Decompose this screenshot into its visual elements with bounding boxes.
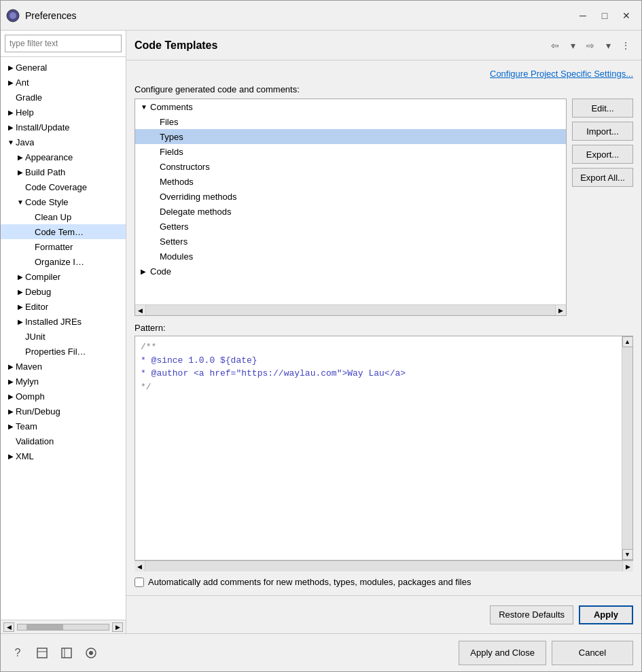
close-button[interactable]: ✕ xyxy=(617,7,636,24)
export-all-button[interactable]: Export All... xyxy=(572,168,633,187)
sidebar-item-label: Appearance xyxy=(25,152,73,162)
arrow-icon: ▶ xyxy=(6,406,16,416)
arrow-icon xyxy=(150,223,160,230)
pattern-editor[interactable]: /** * @since 1.0.0 ${date} * @author <a … xyxy=(135,336,622,560)
sidebar-item-clean-up[interactable]: Clean Up xyxy=(1,209,126,224)
tt-item-types[interactable]: Types xyxy=(135,129,566,144)
sidebar-item-compiler[interactable]: ▶ Compiler xyxy=(1,269,126,284)
code-line-3: * @author <a href="https://waylau.com">W… xyxy=(141,367,616,381)
cancel-button[interactable]: Cancel xyxy=(552,641,633,665)
template-tree-hscroll: ◀ ▶ xyxy=(135,304,566,315)
sidebar-item-java[interactable]: ▼ Java xyxy=(1,135,126,149)
sidebar-item-junit[interactable]: JUnit xyxy=(1,329,126,344)
sidebar-item-general[interactable]: ▶ General xyxy=(1,60,126,75)
sidebar-item-mylyn[interactable]: ▶ Mylyn xyxy=(1,374,126,389)
sidebar-item-installed-jres[interactable]: ▶ Installed JREs xyxy=(1,314,126,329)
app-icon xyxy=(6,9,20,22)
sidebar-item-maven[interactable]: ▶ Maven xyxy=(1,359,126,374)
scroll-track[interactable] xyxy=(17,624,109,631)
edit-button[interactable]: Edit... xyxy=(572,99,633,118)
restore-defaults-button[interactable]: Restore Defaults xyxy=(490,605,573,624)
project-specific-link[interactable]: Configure Project Specific Settings... xyxy=(135,69,633,79)
arrow-icon xyxy=(150,193,160,200)
arrow-icon: ▶ xyxy=(16,272,25,281)
footer-icon-btn-1[interactable] xyxy=(33,644,51,662)
footer-icon-btn-3[interactable] xyxy=(82,644,100,662)
tt-item-modules[interactable]: Modules xyxy=(135,249,566,264)
vscroll-down-btn[interactable]: ▼ xyxy=(622,549,633,560)
sidebar-item-code-templates[interactable]: Code Tem… xyxy=(1,224,126,239)
hscroll-left-btn[interactable]: ◀ xyxy=(135,305,146,316)
sidebar-item-label: Java xyxy=(16,137,34,147)
code-line-1: /** xyxy=(141,340,616,354)
sidebar-item-team[interactable]: ▶ Team xyxy=(1,419,126,434)
maximize-button[interactable]: □ xyxy=(595,7,614,24)
sidebar-item-debug[interactable]: ▶ Debug xyxy=(1,284,126,299)
tt-item-delegate-methods[interactable]: Delegate methods xyxy=(135,204,566,219)
scroll-right-btn[interactable]: ▶ xyxy=(112,622,123,632)
sidebar-item-label: Code Tem… xyxy=(35,227,84,237)
export-button[interactable]: Export... xyxy=(572,145,633,164)
tt-item-setters[interactable]: Setters xyxy=(135,234,566,249)
action-buttons: Edit... Import... Export... Export All..… xyxy=(572,99,633,316)
sidebar-item-code-coverage[interactable]: Code Coverage xyxy=(1,179,126,194)
sidebar-item-oomph[interactable]: ▶ Oomph xyxy=(1,389,126,404)
sidebar-item-formatter[interactable]: Formatter xyxy=(1,239,126,254)
arrow-icon: ▶ xyxy=(16,317,25,326)
sidebar-item-ant[interactable]: ▶ Ant xyxy=(1,75,126,90)
nav-dropdown-btn[interactable]: ▾ xyxy=(565,38,580,53)
code-line-2: * @since 1.0.0 ${date} xyxy=(141,354,616,368)
hscroll-right-btn[interactable]: ▶ xyxy=(555,305,566,316)
nav-more-btn[interactable]: ⋮ xyxy=(618,38,633,53)
apply-and-close-button[interactable]: Apply and Close xyxy=(459,641,546,665)
nav-back-btn[interactable]: ⇦ xyxy=(548,38,563,53)
sidebar-item-install-update[interactable]: ▶ Install/Update xyxy=(1,120,126,135)
nav-forward2-btn[interactable]: ▾ xyxy=(601,38,616,53)
scroll-left-btn[interactable]: ◀ xyxy=(3,622,14,632)
tt-item-constructors[interactable]: Constructors xyxy=(135,159,566,174)
vscroll-track[interactable] xyxy=(622,347,633,549)
tt-item-overriding-methods[interactable]: Overriding methods xyxy=(135,189,566,204)
sidebar-item-organize-imports[interactable]: Organize I… xyxy=(1,254,126,269)
sidebar-item-xml[interactable]: ▶ XML xyxy=(1,448,126,463)
tt-item-methods[interactable]: Methods xyxy=(135,174,566,189)
sidebar-item-run-debug[interactable]: ▶ Run/Debug xyxy=(1,404,126,419)
filter-input[interactable] xyxy=(5,35,122,52)
auto-comment-checkbox[interactable] xyxy=(135,578,144,587)
tt-item-label: Methods xyxy=(160,177,194,187)
minimize-button[interactable]: ─ xyxy=(573,7,592,24)
tt-item-files[interactable]: Files xyxy=(135,114,566,129)
sidebar-item-build-path[interactable]: ▶ Build Path xyxy=(1,164,126,179)
sidebar-item-gradle[interactable]: Gradle xyxy=(1,90,126,105)
pattern-hscroll-track[interactable] xyxy=(145,561,622,571)
sidebar-item-label: Debug xyxy=(25,287,51,297)
tt-item-comments[interactable]: ▼ Comments xyxy=(135,99,566,114)
arrow-icon: ▼ xyxy=(16,197,25,207)
sidebar-item-code-style[interactable]: ▼ Code Style xyxy=(1,194,126,209)
sidebar-item-appearance[interactable]: ▶ Appearance xyxy=(1,149,126,164)
help-icon-btn[interactable]: ? xyxy=(9,644,26,662)
sidebar-item-editor[interactable]: ▶ Editor xyxy=(1,299,126,314)
vscroll-up-btn[interactable]: ▲ xyxy=(622,336,633,347)
pattern-editor-container: /** * @since 1.0.0 ${date} * @author <a … xyxy=(135,336,633,561)
template-tree-inner: ▼ Comments Files Types xyxy=(135,99,566,304)
pattern-hscroll-left-btn[interactable]: ◀ xyxy=(135,561,145,572)
pattern-hscroll-right-btn[interactable]: ▶ xyxy=(622,561,633,572)
sidebar-item-properties-file[interactable]: Properties Fil… xyxy=(1,344,126,359)
tt-item-code[interactable]: ▶ Code xyxy=(135,264,566,279)
apply-button[interactable]: Apply xyxy=(579,605,633,624)
nav-icons: ⇦ ▾ ⇨ ▾ ⋮ xyxy=(548,38,633,53)
footer-icon-btn-2[interactable] xyxy=(58,644,75,662)
tt-item-fields[interactable]: Fields xyxy=(135,144,566,159)
arrow-icon xyxy=(25,227,35,236)
sidebar-item-label: Code Style xyxy=(25,197,69,207)
tt-item-getters[interactable]: Getters xyxy=(135,219,566,234)
sidebar-item-label: Editor xyxy=(25,302,48,312)
arrow-icon: ▼ xyxy=(141,103,150,111)
import-button[interactable]: Import... xyxy=(572,122,633,141)
arrow-icon xyxy=(25,242,35,251)
nav-forward-btn[interactable]: ⇨ xyxy=(583,38,598,53)
hscroll-track[interactable] xyxy=(146,305,555,315)
sidebar-item-help[interactable]: ▶ Help xyxy=(1,105,126,120)
sidebar-item-validation[interactable]: Validation xyxy=(1,434,126,448)
